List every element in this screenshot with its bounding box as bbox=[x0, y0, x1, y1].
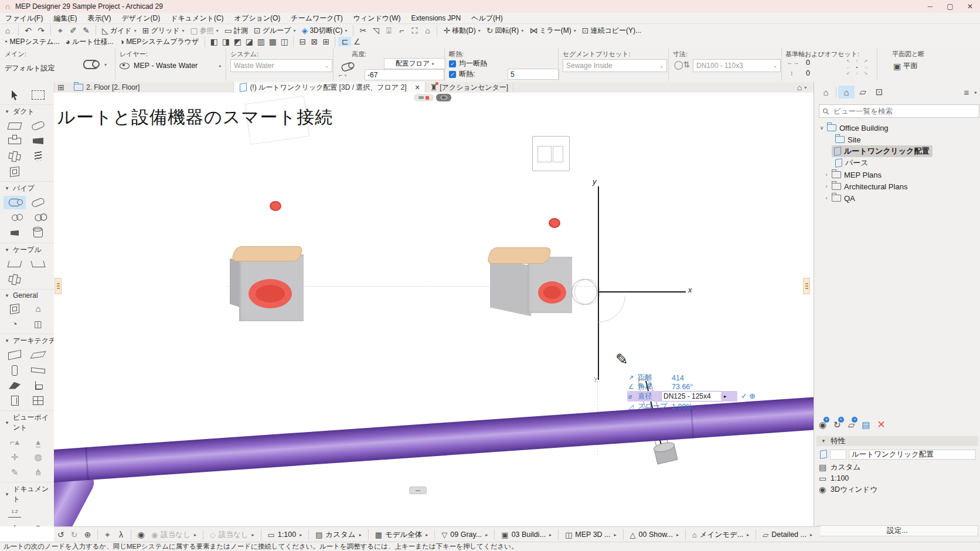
camera-tool-icon[interactable]: ⋔ bbox=[27, 465, 49, 479]
home-icon[interactable]: ⌂ bbox=[0, 26, 15, 35]
dimension-tool-icon[interactable]: 1.2 bbox=[4, 506, 26, 520]
mep-tool-9-icon[interactable]: ⊠ bbox=[308, 37, 320, 46]
close-tab-icon[interactable]: ✕ bbox=[414, 84, 420, 91]
flexible-duct-tool-icon[interactable] bbox=[27, 119, 49, 132]
duct-branch-tool-icon[interactable] bbox=[4, 149, 26, 163]
cable-junction-tool-icon[interactable] bbox=[27, 257, 49, 271]
new-folder-icon[interactable]: ▱+ bbox=[848, 420, 855, 430]
stretch-icon[interactable]: ⌂ bbox=[421, 26, 434, 35]
plan-display-button[interactable]: ▣ 平面 bbox=[893, 61, 917, 71]
menu-document[interactable]: ドキュメント(C) bbox=[165, 13, 229, 23]
menu-edit[interactable]: 編集(E) bbox=[48, 13, 82, 23]
beam-tool-icon[interactable] bbox=[27, 363, 49, 377]
toolbox-section-viewpoint[interactable]: ▼ビューポイント bbox=[0, 410, 54, 434]
toolbox-section-pipe[interactable]: ▼パイプ bbox=[0, 181, 54, 195]
tree-item-office-building[interactable]: ∨ Office Building bbox=[814, 122, 980, 134]
tracker-diameter-row[interactable]: ⌀ 直径 ▸ bbox=[627, 391, 737, 402]
tree-item-qa[interactable]: › QA bbox=[814, 192, 980, 204]
project-map-icon[interactable]: ⌂ bbox=[818, 86, 834, 98]
mirror-button[interactable]: ⋈ミラー(M)▾ bbox=[526, 25, 579, 36]
mep-tool-3-icon[interactable]: ◩ bbox=[232, 37, 243, 46]
column-tool-icon[interactable] bbox=[4, 363, 26, 377]
view-map-icon[interactable]: ⌂ bbox=[838, 86, 855, 98]
confirm-check-icon[interactable]: ✓ bbox=[741, 392, 747, 400]
diameter-expand-icon[interactable]: ▸ bbox=[724, 393, 727, 399]
quick-option-pen[interactable]: ▽09 Gray...▸ bbox=[438, 530, 491, 539]
rotate-button[interactable]: ↻回転(R)▾ bbox=[484, 25, 526, 36]
pipe-junction-tool-icon[interactable] bbox=[4, 211, 26, 225]
navigator-menu-icon[interactable]: ≡ bbox=[958, 86, 975, 98]
pipe-fitting-tool-icon[interactable] bbox=[27, 226, 49, 240]
viewport-layout-dropdown[interactable]: ⌂▾ bbox=[790, 83, 814, 92]
quick-option-favorite[interactable]: ◇該当なし▸ bbox=[206, 530, 258, 540]
flexible-pipe-tool-icon[interactable] bbox=[27, 196, 49, 209]
toolbox-section-cable[interactable]: ▼ケーブル bbox=[0, 243, 54, 256]
cable-carrier-tool-icon[interactable] bbox=[4, 257, 26, 271]
mep-tool-4-icon[interactable]: ◪ bbox=[243, 37, 255, 46]
duct-tool-icon[interactable] bbox=[4, 119, 26, 132]
properties-header[interactable]: ▼特性 bbox=[816, 436, 978, 446]
tab-route-one-click[interactable]: (!) ルートワンクリック配置 [3D / 選択、フロア 2] ✕ bbox=[234, 82, 425, 93]
duct-junction-tool-icon[interactable] bbox=[4, 134, 26, 148]
adjust-icon[interactable]: ◹ bbox=[369, 26, 382, 35]
menu-teamwork[interactable]: チームワーク(T) bbox=[285, 13, 348, 23]
roof-tool-icon[interactable] bbox=[4, 379, 26, 392]
mep-tool-7-icon[interactable]: ◫ bbox=[278, 37, 290, 46]
slab-tool-icon[interactable] bbox=[27, 348, 49, 362]
mep-tool-5-icon[interactable]: ▥ bbox=[255, 37, 267, 46]
right-edge-marker[interactable] bbox=[803, 278, 810, 294]
toilet-fixture-1[interactable] bbox=[230, 246, 309, 322]
menu-design[interactable]: デザイン(D) bbox=[116, 13, 165, 23]
mep-slope-icon[interactable]: ∠ bbox=[351, 37, 363, 46]
quick-option-graphic-override[interactable]: ◫MEP 3D ...▸ bbox=[562, 530, 620, 539]
toilet-fixture-2[interactable] bbox=[489, 246, 577, 315]
duct-transition-tool-icon[interactable] bbox=[27, 134, 49, 148]
dimension-combo[interactable]: DN100 - 110x3⌄ bbox=[693, 59, 781, 72]
menu-options[interactable]: オプション(O) bbox=[229, 13, 286, 23]
overlay-filter-button[interactable] bbox=[414, 94, 434, 101]
marker-tool-icon[interactable]: ✛ bbox=[4, 450, 26, 464]
mep-tool-10-icon[interactable]: ⊞ bbox=[320, 37, 332, 46]
object-tool-icon[interactable] bbox=[27, 379, 49, 392]
view-search-box[interactable] bbox=[819, 104, 979, 118]
worksheet-tool-icon[interactable]: ✎ bbox=[4, 465, 26, 479]
grid-snap-button[interactable]: ⊞グリッド▾ bbox=[139, 25, 188, 36]
section-tool-icon[interactable]: ⌐▴ bbox=[4, 435, 26, 448]
tree-item-site[interactable]: Site bbox=[814, 134, 980, 145]
view-settings-card-icon[interactable]: ▤ bbox=[862, 420, 870, 430]
left-edge-marker[interactable] bbox=[55, 278, 62, 294]
door-tool-icon[interactable] bbox=[4, 394, 26, 407]
zoom-back-icon[interactable]: ↺ bbox=[54, 530, 67, 539]
tracker-more-icon[interactable]: ⊕ bbox=[749, 392, 756, 400]
arrow-tool-icon[interactable] bbox=[4, 88, 26, 101]
place-floor-button[interactable]: 配置フロア▸ bbox=[384, 58, 446, 69]
connection-dot-1[interactable] bbox=[270, 201, 281, 211]
3d-cutaway-button[interactable]: ◈3D切断(C)▾ bbox=[299, 25, 351, 36]
navigator-expand-icon[interactable]: ▸ bbox=[975, 90, 977, 95]
mep-browser-button[interactable]: ◑MEPシステムブラウザ bbox=[117, 36, 202, 47]
quick-option-scale[interactable]: ▭1:100▸ bbox=[264, 530, 306, 539]
pan-icon[interactable]: ⌖ bbox=[101, 530, 114, 540]
undo-icon[interactable]: ↶ bbox=[22, 26, 35, 35]
quick-option-model-view[interactable]: ▣03 Buildi...▸ bbox=[498, 530, 555, 539]
zoom-forward-icon[interactable]: ↻ bbox=[67, 530, 81, 539]
clone-folder-icon[interactable]: ↻+ bbox=[833, 420, 841, 430]
insulation-thickness-input[interactable] bbox=[508, 69, 559, 80]
quick-option-design-option[interactable]: ⌂メインモデ...▸ bbox=[689, 530, 753, 540]
view-search-input[interactable] bbox=[832, 107, 976, 116]
menu-extensions[interactable]: Extensions JPN bbox=[406, 13, 467, 23]
window-tool-icon[interactable] bbox=[27, 394, 49, 407]
quick-option-pen-set[interactable]: ◉該当なし▸ bbox=[148, 530, 200, 540]
quick-option-renovation-filter[interactable]: △00 Show...▸ bbox=[627, 530, 682, 539]
slope-caret-icon[interactable]: ⌄ bbox=[696, 404, 700, 410]
tab-floor-plan[interactable]: 2. Floor [2. Floor] bbox=[68, 82, 234, 93]
route-spec-button[interactable]: ◕ルート仕様... bbox=[63, 36, 117, 47]
settings-button[interactable]: 設定... bbox=[816, 525, 978, 536]
elevation-tool-icon[interactable]: ▴̲ bbox=[27, 435, 49, 448]
maximize-button[interactable]: ▢ bbox=[940, 0, 960, 13]
tab-overview-icon[interactable]: ⊞ bbox=[54, 83, 68, 92]
quick-option-structure-display[interactable]: ▦モデル全体▸ bbox=[372, 530, 432, 540]
multiply-button[interactable]: ⊡連続コピー(Y)... bbox=[579, 25, 644, 36]
tree-item-mep-plans[interactable]: › MEP Plans bbox=[814, 169, 980, 181]
orbit-icon[interactable]: ◉ bbox=[134, 530, 148, 539]
